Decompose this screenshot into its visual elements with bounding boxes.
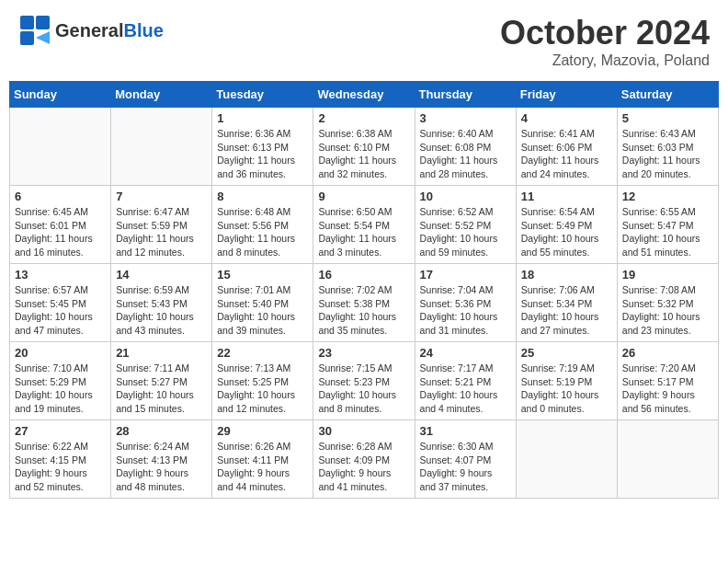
day-info: Sunrise: 6:26 AMSunset: 4:11 PMDaylight:… (217, 440, 308, 494)
day-number: 7 (116, 190, 207, 203)
day-info: Sunrise: 7:08 AMSunset: 5:32 PMDaylight:… (622, 283, 713, 338)
calendar-cell: 20Sunrise: 7:10 AMSunset: 5:29 PMDayligh… (10, 342, 111, 420)
calendar-cell: 16Sunrise: 7:02 AMSunset: 5:38 PMDayligh… (313, 264, 415, 342)
day-info: Sunrise: 6:57 AMSunset: 5:45 PMDaylight:… (15, 283, 106, 338)
day-number: 24 (420, 346, 511, 360)
calendar-cell: 18Sunrise: 7:06 AMSunset: 5:34 PMDayligh… (516, 264, 617, 342)
calendar-cell: 12Sunrise: 6:55 AMSunset: 5:47 PMDayligh… (617, 186, 718, 264)
logo: GeneralBlue (18, 14, 164, 47)
calendar-cell: 23Sunrise: 7:15 AMSunset: 5:23 PMDayligh… (313, 342, 415, 420)
calendar-header-row: SundayMondayTuesdayWednesdayThursdayFrid… (10, 82, 719, 108)
day-info: Sunrise: 7:20 AMSunset: 5:17 PMDaylight:… (622, 362, 713, 416)
day-info: Sunrise: 6:55 AMSunset: 5:47 PMDaylight:… (622, 205, 713, 259)
col-header-monday: Monday (111, 82, 212, 108)
day-info: Sunrise: 7:19 AMSunset: 5:19 PMDaylight:… (521, 362, 612, 416)
calendar-cell: 15Sunrise: 7:01 AMSunset: 5:40 PMDayligh… (212, 264, 313, 342)
day-number: 19 (622, 268, 713, 282)
calendar-cell: 17Sunrise: 7:04 AMSunset: 5:36 PMDayligh… (415, 264, 516, 342)
logo-general: GeneralBlue (55, 20, 164, 41)
calendar-cell: 8Sunrise: 6:48 AMSunset: 5:56 PMDaylight… (212, 186, 313, 264)
calendar-cell: 19Sunrise: 7:08 AMSunset: 5:32 PMDayligh… (617, 264, 718, 342)
calendar-week-1: 1Sunrise: 6:36 AMSunset: 6:13 PMDaylight… (10, 108, 719, 186)
svg-rect-1 (36, 16, 50, 29)
calendar-cell: 31Sunrise: 6:30 AMSunset: 4:07 PMDayligh… (415, 420, 516, 499)
day-info: Sunrise: 7:06 AMSunset: 5:34 PMDaylight:… (521, 283, 612, 338)
day-info: Sunrise: 7:17 AMSunset: 5:21 PMDaylight:… (420, 362, 511, 416)
day-number: 30 (318, 424, 409, 438)
day-info: Sunrise: 6:28 AMSunset: 4:09 PMDaylight:… (318, 440, 409, 494)
calendar-cell: 14Sunrise: 6:59 AMSunset: 5:43 PMDayligh… (111, 264, 212, 342)
calendar-cell: 1Sunrise: 6:36 AMSunset: 6:13 PMDaylight… (212, 108, 313, 186)
day-number: 26 (622, 346, 713, 360)
day-info: Sunrise: 6:36 AMSunset: 6:13 PMDaylight:… (217, 127, 308, 181)
day-number: 9 (318, 190, 409, 203)
day-number: 20 (15, 346, 106, 360)
col-header-friday: Friday (516, 82, 617, 108)
day-info: Sunrise: 7:04 AMSunset: 5:36 PMDaylight:… (420, 283, 511, 338)
day-number: 8 (217, 190, 308, 203)
calendar-week-5: 27Sunrise: 6:22 AMSunset: 4:15 PMDayligh… (10, 420, 719, 499)
day-info: Sunrise: 6:45 AMSunset: 6:01 PMDaylight:… (15, 205, 106, 259)
day-info: Sunrise: 6:24 AMSunset: 4:13 PMDaylight:… (116, 440, 207, 494)
day-number: 14 (116, 268, 207, 282)
day-number: 2 (318, 111, 409, 125)
day-number: 3 (420, 111, 511, 125)
calendar-cell: 6Sunrise: 6:45 AMSunset: 6:01 PMDaylight… (10, 186, 111, 264)
day-number: 28 (116, 424, 207, 438)
day-number: 27 (15, 424, 106, 438)
calendar-cell (111, 108, 212, 186)
day-info: Sunrise: 6:43 AMSunset: 6:03 PMDaylight:… (622, 127, 713, 181)
calendar-cell (516, 420, 617, 499)
calendar-cell: 5Sunrise: 6:43 AMSunset: 6:03 PMDaylight… (617, 108, 718, 186)
col-header-sunday: Sunday (10, 82, 111, 108)
calendar-cell: 3Sunrise: 6:40 AMSunset: 6:08 PMDaylight… (415, 108, 516, 186)
calendar-cell: 4Sunrise: 6:41 AMSunset: 6:06 PMDaylight… (516, 108, 617, 186)
calendar-cell: 9Sunrise: 6:50 AMSunset: 5:54 PMDaylight… (313, 186, 415, 264)
day-number: 31 (420, 424, 511, 438)
page-header: GeneralBlue October 2024 Zatory, Mazovia… (9, 9, 719, 74)
day-number: 5 (622, 111, 713, 125)
day-number: 22 (217, 346, 308, 360)
svg-marker-3 (36, 31, 50, 44)
day-number: 1 (217, 111, 308, 125)
logo-blue: Blue (123, 20, 163, 40)
calendar-cell (10, 108, 111, 186)
calendar-cell: 22Sunrise: 7:13 AMSunset: 5:25 PMDayligh… (212, 342, 313, 420)
calendar-cell: 25Sunrise: 7:19 AMSunset: 5:19 PMDayligh… (516, 342, 617, 420)
day-number: 13 (15, 268, 106, 282)
calendar-cell (617, 420, 718, 499)
day-info: Sunrise: 7:02 AMSunset: 5:38 PMDaylight:… (318, 283, 409, 338)
col-header-saturday: Saturday (617, 82, 718, 108)
day-info: Sunrise: 6:30 AMSunset: 4:07 PMDaylight:… (420, 440, 511, 494)
calendar-cell: 30Sunrise: 6:28 AMSunset: 4:09 PMDayligh… (313, 420, 415, 499)
calendar-cell: 24Sunrise: 7:17 AMSunset: 5:21 PMDayligh… (415, 342, 516, 420)
calendar-week-4: 20Sunrise: 7:10 AMSunset: 5:29 PMDayligh… (10, 342, 719, 420)
day-number: 6 (15, 190, 106, 203)
title-block: October 2024 Zatory, Mazovia, Poland (500, 14, 710, 69)
calendar-cell: 7Sunrise: 6:47 AMSunset: 5:59 PMDaylight… (111, 186, 212, 264)
day-info: Sunrise: 7:13 AMSunset: 5:25 PMDaylight:… (217, 362, 308, 416)
calendar-cell: 26Sunrise: 7:20 AMSunset: 5:17 PMDayligh… (617, 342, 718, 420)
day-number: 12 (622, 190, 713, 203)
logo-icon (18, 14, 51, 47)
day-info: Sunrise: 7:15 AMSunset: 5:23 PMDaylight:… (318, 362, 409, 416)
calendar-cell: 28Sunrise: 6:24 AMSunset: 4:13 PMDayligh… (111, 420, 212, 499)
col-header-wednesday: Wednesday (313, 82, 415, 108)
day-info: Sunrise: 6:50 AMSunset: 5:54 PMDaylight:… (318, 205, 409, 259)
day-number: 16 (318, 268, 409, 282)
month-title: October 2024 (500, 14, 710, 52)
day-info: Sunrise: 6:40 AMSunset: 6:08 PMDaylight:… (420, 127, 511, 181)
day-number: 15 (217, 268, 308, 282)
day-number: 10 (420, 190, 511, 203)
day-info: Sunrise: 7:10 AMSunset: 5:29 PMDaylight:… (15, 362, 106, 416)
day-info: Sunrise: 6:22 AMSunset: 4:15 PMDaylight:… (15, 440, 106, 494)
calendar-cell: 13Sunrise: 6:57 AMSunset: 5:45 PMDayligh… (10, 264, 111, 342)
calendar-cell: 10Sunrise: 6:52 AMSunset: 5:52 PMDayligh… (415, 186, 516, 264)
calendar-cell: 11Sunrise: 6:54 AMSunset: 5:49 PMDayligh… (516, 186, 617, 264)
day-number: 29 (217, 424, 308, 438)
calendar-table: SundayMondayTuesdayWednesdayThursdayFrid… (9, 81, 719, 499)
day-info: Sunrise: 6:59 AMSunset: 5:43 PMDaylight:… (116, 283, 207, 338)
day-info: Sunrise: 6:52 AMSunset: 5:52 PMDaylight:… (420, 205, 511, 259)
day-info: Sunrise: 6:47 AMSunset: 5:59 PMDaylight:… (116, 205, 207, 259)
day-info: Sunrise: 7:11 AMSunset: 5:27 PMDaylight:… (116, 362, 207, 416)
